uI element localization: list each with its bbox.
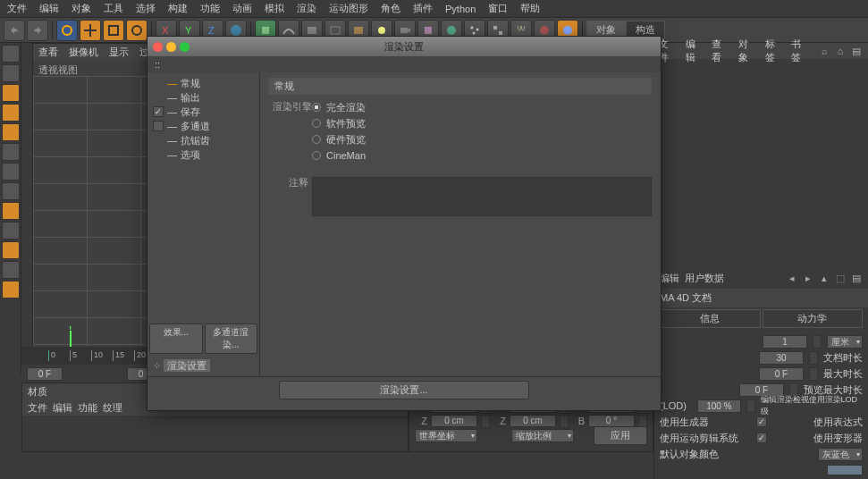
color-swatch[interactable]: [827, 465, 863, 475]
mat-menu-edit[interactable]: 编辑: [53, 401, 72, 415]
apply-button[interactable]: 应用: [594, 426, 647, 445]
spinner-icon[interactable]: [481, 415, 490, 428]
render-settings-button[interactable]: 渲染设置...: [279, 381, 529, 399]
menu-file[interactable]: 文件: [7, 2, 27, 15]
close-icon[interactable]: [153, 42, 163, 52]
obj-menu-objects[interactable]: 对象: [738, 38, 756, 64]
menu-functions[interactable]: 功能: [200, 2, 220, 15]
menu-tools[interactable]: 工具: [104, 2, 123, 15]
vp-menu-camera[interactable]: 摄像机: [69, 46, 98, 59]
poly-mode-button[interactable]: [2, 143, 20, 161]
menu-select[interactable]: 选择: [136, 2, 156, 15]
texture-mode-button[interactable]: [2, 163, 20, 181]
menu-help[interactable]: 帮助: [520, 2, 540, 15]
tree-item-options[interactable]: —选项: [147, 147, 259, 162]
comment-textarea[interactable]: [312, 177, 652, 216]
pos-z-field[interactable]: 0 cm: [431, 415, 477, 427]
snap2-button[interactable]: [2, 222, 20, 240]
tree-item-output[interactable]: —输出: [147, 90, 259, 105]
home-icon[interactable]: ⌂: [834, 45, 847, 57]
size-z-field[interactable]: 0 cm: [510, 415, 556, 427]
radio-hardware[interactable]: [312, 135, 321, 144]
attr-val-4[interactable]: 100 %: [697, 399, 741, 413]
attr-lock-icon[interactable]: ⬚: [834, 273, 847, 285]
menu-render[interactable]: 渲染: [297, 2, 316, 15]
menu-simulate[interactable]: 模拟: [265, 2, 284, 15]
dialog-menu-icon[interactable]: ::: [155, 59, 160, 70]
menu-python[interactable]: Python: [445, 4, 476, 14]
obj-menu-tags[interactable]: 标签: [765, 38, 783, 64]
checkbox-6a[interactable]: [756, 433, 767, 443]
effects-button[interactable]: 效果...: [149, 324, 203, 354]
attr-val-0[interactable]: 1: [763, 335, 807, 349]
rot-b-field[interactable]: 0 °: [588, 415, 635, 427]
menu-character[interactable]: 角色: [381, 2, 400, 15]
obj-menu-view[interactable]: 查看: [712, 38, 729, 64]
point-mode-button[interactable]: [2, 104, 20, 122]
object-mode-button[interactable]: [2, 64, 20, 82]
live-select-button[interactable]: [56, 20, 78, 41]
attr-menu-userdata[interactable]: 用户数据: [685, 272, 724, 285]
scale-mode-dropdown[interactable]: 缩放比例: [511, 429, 574, 442]
attr-menu-icon[interactable]: ▤: [850, 273, 863, 285]
tree-item-save[interactable]: —保存: [147, 105, 259, 119]
tab-dynamics[interactable]: 动力学: [763, 309, 864, 328]
edge-mode-button[interactable]: [2, 123, 20, 141]
menu-plugins[interactable]: 插件: [413, 2, 433, 15]
vp-menu-view[interactable]: 查看: [38, 46, 58, 59]
attr-val-1[interactable]: 30: [759, 351, 804, 365]
minimize-icon[interactable]: [166, 42, 176, 52]
tab-info[interactable]: 信息: [660, 309, 761, 328]
attr-menu-edit[interactable]: 编辑: [660, 272, 679, 285]
snap-button[interactable]: [2, 202, 20, 220]
menu-window[interactable]: 窗口: [488, 2, 508, 15]
tree-item-multipass[interactable]: —多通道: [147, 119, 259, 133]
model-mode-button[interactable]: [2, 45, 20, 63]
spinner-icon[interactable]: [746, 399, 755, 413]
move-button[interactable]: [80, 20, 101, 41]
radio-full-render[interactable]: [312, 103, 321, 112]
attr-fwd-icon[interactable]: ▸: [802, 273, 814, 285]
tree-item-general[interactable]: —常规: [147, 76, 259, 90]
spinner-icon[interactable]: [560, 415, 569, 428]
menu-animation[interactable]: 动画: [232, 2, 252, 15]
snap4-button[interactable]: [2, 261, 20, 279]
coord-mode-dropdown[interactable]: 世界坐标: [415, 429, 477, 442]
radio-software[interactable]: [312, 119, 321, 128]
attr-val-2[interactable]: 0 F: [759, 367, 804, 381]
frame-start-field[interactable]: 0 F: [27, 367, 63, 381]
radio-cineman[interactable]: [312, 151, 321, 160]
snap5-button[interactable]: [2, 281, 20, 298]
fold-icon[interactable]: ▤: [850, 45, 863, 57]
checkbox-5a[interactable]: [756, 416, 767, 427]
workplane-button[interactable]: [2, 182, 20, 200]
menu-mograph[interactable]: 运动图形: [329, 2, 368, 15]
color-dropdown[interactable]: 灰蓝色: [818, 448, 863, 461]
menu-object[interactable]: 对象: [72, 2, 91, 15]
menu-structure[interactable]: 构建: [168, 2, 188, 15]
attr-back-icon[interactable]: ◂: [786, 273, 798, 285]
undo-button[interactable]: [4, 20, 25, 41]
tree-checkbox[interactable]: [153, 106, 164, 117]
obj-menu-bookmarks[interactable]: 书签: [791, 38, 809, 64]
spinner-icon[interactable]: [813, 335, 822, 349]
spinner-icon[interactable]: [809, 367, 818, 381]
mat-menu-func[interactable]: 功能: [78, 401, 97, 415]
multipass-button[interactable]: 多通道渲染...: [205, 324, 258, 354]
obj-menu-edit[interactable]: 编辑: [686, 38, 704, 64]
mat-menu-tex[interactable]: 纹理: [103, 401, 122, 415]
search-icon[interactable]: ⌕: [818, 45, 830, 57]
attr-up-icon[interactable]: ▴: [818, 273, 830, 285]
scale-button[interactable]: [103, 20, 124, 41]
dialog-titlebar[interactable]: 渲染设置: [147, 37, 661, 56]
tree-checkbox[interactable]: [153, 121, 164, 131]
zoom-icon[interactable]: [180, 42, 190, 52]
tree-item-aa[interactable]: —抗锯齿: [147, 133, 259, 147]
vp-menu-display[interactable]: 显示: [109, 46, 129, 59]
axis-mode-button[interactable]: [2, 84, 20, 102]
menu-edit[interactable]: 编辑: [39, 2, 59, 15]
spinner-icon[interactable]: [809, 351, 818, 365]
preset-item[interactable]: 渲染设置: [164, 359, 210, 372]
rotate-button[interactable]: [126, 20, 147, 41]
mat-menu-file[interactable]: 文件: [28, 401, 47, 415]
